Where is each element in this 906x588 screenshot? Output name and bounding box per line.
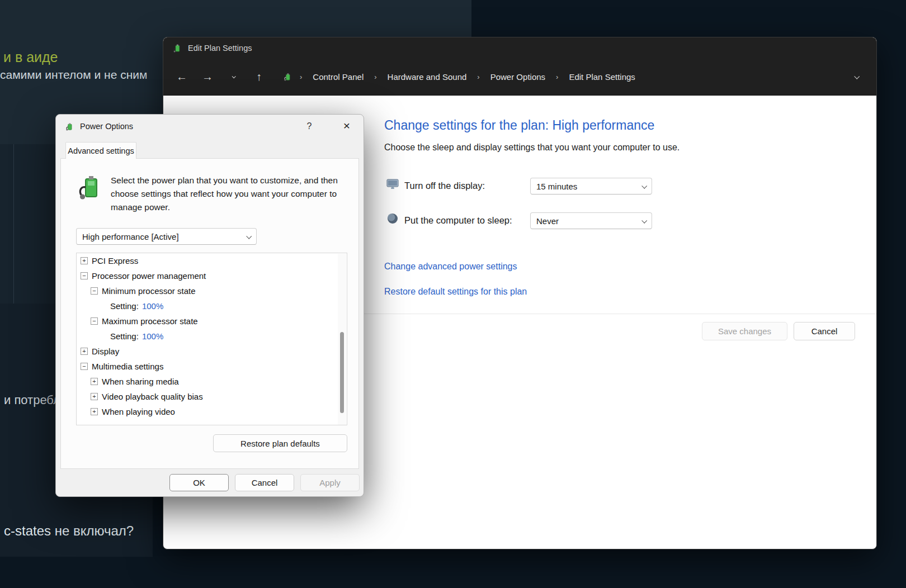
power-options-icon <box>65 122 74 131</box>
breadcrumb-separator: › <box>371 73 379 81</box>
tree-item-multimedia-settings[interactable]: − Multimedia settings <box>77 359 347 374</box>
window-title: Edit Plan Settings <box>188 44 252 53</box>
breadcrumb-control-panel[interactable]: Control Panel <box>309 70 367 84</box>
display-icon <box>385 177 400 191</box>
settings-tree: + PCI Express − Processor power manageme… <box>76 253 347 425</box>
background-text-top: самими интелом и не сним <box>0 68 147 82</box>
background-text-green: и в аиде <box>3 49 58 65</box>
navigation-toolbar: ← → ↑ › Control Panel › Hardware and Sou… <box>163 59 876 96</box>
tree-item-pci-express[interactable]: + PCI Express <box>77 253 347 268</box>
dialog-title: Power Options <box>80 122 133 131</box>
power-options-icon <box>283 72 292 82</box>
collapse-icon[interactable]: − <box>91 287 98 295</box>
collapse-icon[interactable]: − <box>91 317 98 325</box>
sleep-label: Put the computer to sleep: <box>404 215 512 226</box>
chevron-down-icon <box>232 74 235 78</box>
power-plan-icon <box>76 173 102 200</box>
cancel-button[interactable]: Cancel <box>235 474 294 491</box>
expand-icon[interactable]: + <box>91 393 98 400</box>
background-panel-edge <box>13 144 14 304</box>
recent-locations-button[interactable] <box>223 68 244 87</box>
collapse-icon[interactable]: − <box>81 363 88 370</box>
apply-button[interactable]: Apply <box>300 474 360 491</box>
close-button[interactable]: × <box>337 117 357 135</box>
background-text-bottom: c-states не включал? <box>4 523 134 539</box>
breadcrumb-separator: › <box>474 73 482 81</box>
tree-scrollbar[interactable] <box>338 254 346 425</box>
tree-item-max-setting[interactable]: Setting: 100% <box>77 329 347 344</box>
address-bar[interactable]: › Control Panel › Hardware and Sound › P… <box>276 66 865 88</box>
expand-icon[interactable]: + <box>81 348 88 355</box>
tree-item-label: PCI Express <box>92 256 138 265</box>
scrollbar-thumb[interactable] <box>340 332 344 413</box>
tab-advanced-settings[interactable]: Advanced settings <box>65 142 136 159</box>
ok-button[interactable]: OK <box>169 474 229 491</box>
up-button[interactable]: ↑ <box>248 68 270 87</box>
window-titlebar[interactable]: Edit Plan Settings <box>163 37 876 59</box>
breadcrumb-separator: › <box>297 73 305 81</box>
page-subtitle: Choose the sleep and display settings th… <box>384 143 680 153</box>
tree-item-label: Display <box>92 347 119 356</box>
tree-item-min-setting[interactable]: Setting: 100% <box>77 298 347 314</box>
setting-value-link[interactable]: 100% <box>142 331 163 341</box>
expand-icon[interactable]: + <box>91 378 98 385</box>
page-title: Change settings for the plan: High perfo… <box>384 118 654 133</box>
address-dropdown-icon[interactable] <box>854 74 860 79</box>
forward-button[interactable]: → <box>197 68 218 87</box>
sleep-icon <box>385 212 400 225</box>
tree-item-label: Minimum processor state <box>102 286 196 296</box>
tree-item-label: Maximum processor state <box>102 316 198 326</box>
change-advanced-power-settings-link[interactable]: Change advanced power settings <box>384 262 517 272</box>
help-button[interactable]: ? <box>301 118 318 135</box>
breadcrumb-power-options[interactable]: Power Options <box>487 70 549 84</box>
tree-item-maximum-processor-state[interactable]: − Maximum processor state <box>77 314 347 329</box>
power-options-dialog: Power Options ? × Advanced settings Sele… <box>55 114 364 497</box>
setting-value-link[interactable]: 100% <box>142 301 163 311</box>
tree-item-display[interactable]: + Display <box>77 344 347 359</box>
tree-item-processor-power-management[interactable]: − Processor power management <box>77 268 347 283</box>
chevron-down-icon <box>641 217 647 223</box>
tree-item-video-playback-quality-bias[interactable]: + Video playback quality bias <box>77 389 347 404</box>
tree-item-label: When playing video <box>102 407 175 416</box>
tree-item-label: When sharing media <box>102 377 179 386</box>
chevron-down-icon <box>641 183 647 188</box>
tree-item-minimum-processor-state[interactable]: − Minimum processor state <box>77 283 347 298</box>
nav-buttons: ← → ↑ <box>171 68 270 87</box>
power-options-icon <box>172 43 182 53</box>
expand-icon[interactable]: + <box>91 408 98 415</box>
background-text-mid: и потребл <box>4 393 60 407</box>
back-button[interactable]: ← <box>171 68 192 87</box>
tree-item-label: Multimedia settings <box>92 362 163 371</box>
restore-default-settings-link[interactable]: Restore default settings for this plan <box>384 287 527 297</box>
sleep-select[interactable]: Never <box>530 212 652 229</box>
turn-off-display-select[interactable]: 15 minutes <box>530 178 652 195</box>
setting-label: Setting: <box>110 331 139 341</box>
setting-label: Setting: <box>110 301 139 311</box>
breadcrumb-separator: › <box>553 73 561 81</box>
turn-off-display-label: Turn off the display: <box>404 181 485 191</box>
tree-item-when-sharing-media[interactable]: + When sharing media <box>77 374 347 389</box>
sleep-value: Never <box>536 216 559 226</box>
chevron-down-icon <box>246 233 252 239</box>
turn-off-display-value: 15 minutes <box>536 182 577 191</box>
breadcrumb-hardware-and-sound[interactable]: Hardware and Sound <box>384 70 470 84</box>
tree-item-when-playing-video[interactable]: + When playing video <box>77 404 347 419</box>
advanced-settings-page: Select the power plan that you want to c… <box>60 158 359 469</box>
power-plan-select[interactable]: High performance [Active] <box>76 228 257 245</box>
cancel-button[interactable]: Cancel <box>794 322 855 340</box>
tree-item-label: Processor power management <box>92 271 206 281</box>
restore-plan-defaults-button[interactable]: Restore plan defaults <box>213 434 347 452</box>
dialog-intro-text: Select the power plan that you want to c… <box>111 174 348 214</box>
background-panel-mid <box>0 144 55 304</box>
tree-item-label: Video playback quality bias <box>102 392 203 401</box>
collapse-icon[interactable]: − <box>81 272 88 279</box>
expand-icon[interactable]: + <box>81 257 88 264</box>
power-plan-value: High performance [Active] <box>82 232 179 241</box>
save-changes-button[interactable]: Save changes <box>702 322 787 340</box>
breadcrumb-edit-plan-settings[interactable]: Edit Plan Settings <box>565 70 638 84</box>
